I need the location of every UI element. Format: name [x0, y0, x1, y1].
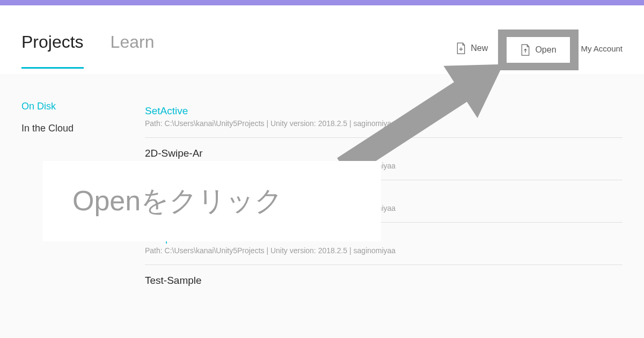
- project-meta: Path: C:\Users\kanai\Unity5Projects | Un…: [145, 119, 623, 128]
- annotation-text: Openをクリック: [72, 182, 283, 220]
- project-name[interactable]: 2D-Swipe-Ar: [145, 148, 623, 159]
- open-button-highlighted[interactable]: Open: [507, 37, 570, 63]
- new-label: New: [471, 43, 488, 53]
- project-meta: Path: C:\Users\kanai\Unity5Projects | Un…: [145, 246, 623, 255]
- project-item[interactable]: Test-Sample: [145, 265, 623, 298]
- account-label: My Account: [581, 44, 623, 53]
- tab-projects[interactable]: Projects: [21, 32, 84, 69]
- main-tabs: Projects Learn: [21, 16, 154, 69]
- file-open-icon: [520, 43, 531, 56]
- project-item[interactable]: SetActive Path: C:\Users\kanai\Unity5Pro…: [145, 95, 623, 138]
- new-button[interactable]: New: [449, 38, 494, 59]
- tab-learn[interactable]: Learn: [111, 32, 155, 69]
- annotation-callout: Openをクリック: [43, 161, 381, 241]
- project-name[interactable]: Test-Sample: [145, 275, 623, 286]
- annotation-highlight-open: Open: [498, 30, 579, 70]
- window-top-bar: [0, 0, 644, 5]
- open-label-highlighted: Open: [535, 45, 556, 55]
- sidebar-item-on-disk[interactable]: On Disk: [21, 95, 145, 117]
- sidebar-item-in-cloud[interactable]: In the Cloud: [21, 117, 145, 139]
- project-name[interactable]: SetActive: [145, 105, 623, 117]
- file-new-icon: [456, 42, 466, 55]
